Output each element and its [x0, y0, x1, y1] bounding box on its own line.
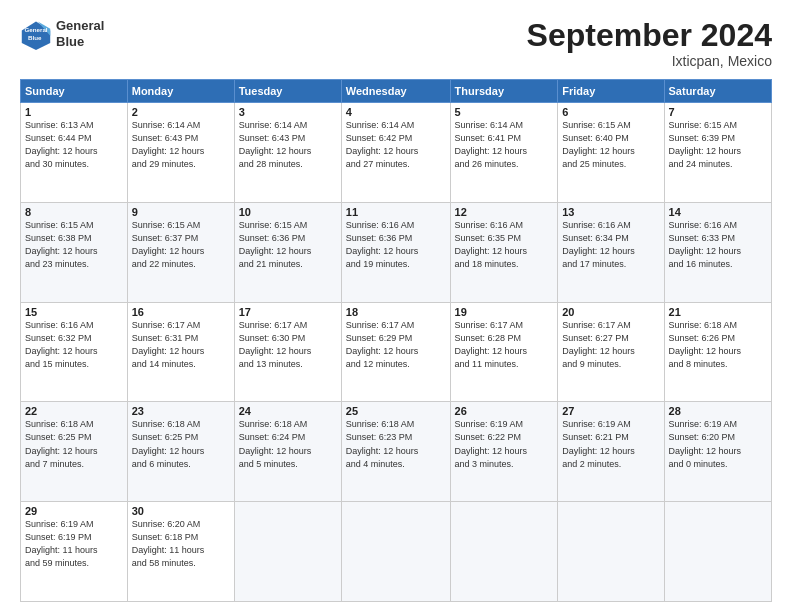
page: General Blue General Blue September 2024… — [0, 0, 792, 612]
day-info: Sunrise: 6:15 AM Sunset: 6:40 PM Dayligh… — [562, 119, 659, 171]
calendar-week-1: 1Sunrise: 6:13 AM Sunset: 6:44 PM Daylig… — [21, 103, 772, 203]
day-number: 7 — [669, 106, 767, 118]
day-number: 19 — [455, 306, 554, 318]
calendar-day-25: 25Sunrise: 6:18 AM Sunset: 6:23 PM Dayli… — [341, 402, 450, 502]
day-number: 5 — [455, 106, 554, 118]
month-title: September 2024 — [527, 18, 772, 53]
day-number: 28 — [669, 405, 767, 417]
day-info: Sunrise: 6:19 AM Sunset: 6:21 PM Dayligh… — [562, 418, 659, 470]
day-info: Sunrise: 6:16 AM Sunset: 6:36 PM Dayligh… — [346, 219, 446, 271]
empty-cell — [234, 502, 341, 602]
day-number: 26 — [455, 405, 554, 417]
day-number: 1 — [25, 106, 123, 118]
day-number: 12 — [455, 206, 554, 218]
weekday-header-sunday: Sunday — [21, 80, 128, 103]
calendar-day-30: 30Sunrise: 6:20 AM Sunset: 6:18 PM Dayli… — [127, 502, 234, 602]
calendar-day-11: 11Sunrise: 6:16 AM Sunset: 6:36 PM Dayli… — [341, 202, 450, 302]
day-number: 29 — [25, 505, 123, 517]
day-number: 21 — [669, 306, 767, 318]
weekday-header-wednesday: Wednesday — [341, 80, 450, 103]
day-info: Sunrise: 6:16 AM Sunset: 6:34 PM Dayligh… — [562, 219, 659, 271]
calendar-day-17: 17Sunrise: 6:17 AM Sunset: 6:30 PM Dayli… — [234, 302, 341, 402]
calendar-day-13: 13Sunrise: 6:16 AM Sunset: 6:34 PM Dayli… — [558, 202, 664, 302]
day-info: Sunrise: 6:19 AM Sunset: 6:22 PM Dayligh… — [455, 418, 554, 470]
logo-icon: General Blue — [20, 18, 52, 50]
logo: General Blue General Blue — [20, 18, 104, 50]
calendar-day-6: 6Sunrise: 6:15 AM Sunset: 6:40 PM Daylig… — [558, 103, 664, 203]
svg-text:Blue: Blue — [28, 34, 42, 41]
day-number: 13 — [562, 206, 659, 218]
day-number: 20 — [562, 306, 659, 318]
day-number: 2 — [132, 106, 230, 118]
logo-text-general: General — [56, 18, 104, 34]
day-info: Sunrise: 6:14 AM Sunset: 6:41 PM Dayligh… — [455, 119, 554, 171]
calendar-day-24: 24Sunrise: 6:18 AM Sunset: 6:24 PM Dayli… — [234, 402, 341, 502]
day-number: 23 — [132, 405, 230, 417]
day-number: 18 — [346, 306, 446, 318]
calendar-week-2: 8Sunrise: 6:15 AM Sunset: 6:38 PM Daylig… — [21, 202, 772, 302]
calendar-day-20: 20Sunrise: 6:17 AM Sunset: 6:27 PM Dayli… — [558, 302, 664, 402]
day-number: 9 — [132, 206, 230, 218]
calendar-day-23: 23Sunrise: 6:18 AM Sunset: 6:25 PM Dayli… — [127, 402, 234, 502]
day-info: Sunrise: 6:19 AM Sunset: 6:20 PM Dayligh… — [669, 418, 767, 470]
day-info: Sunrise: 6:15 AM Sunset: 6:38 PM Dayligh… — [25, 219, 123, 271]
day-info: Sunrise: 6:15 AM Sunset: 6:37 PM Dayligh… — [132, 219, 230, 271]
calendar-day-27: 27Sunrise: 6:19 AM Sunset: 6:21 PM Dayli… — [558, 402, 664, 502]
day-number: 4 — [346, 106, 446, 118]
day-info: Sunrise: 6:13 AM Sunset: 6:44 PM Dayligh… — [25, 119, 123, 171]
calendar-day-28: 28Sunrise: 6:19 AM Sunset: 6:20 PM Dayli… — [664, 402, 771, 502]
day-info: Sunrise: 6:16 AM Sunset: 6:33 PM Dayligh… — [669, 219, 767, 271]
day-info: Sunrise: 6:14 AM Sunset: 6:42 PM Dayligh… — [346, 119, 446, 171]
day-number: 24 — [239, 405, 337, 417]
empty-cell — [664, 502, 771, 602]
calendar-day-5: 5Sunrise: 6:14 AM Sunset: 6:41 PM Daylig… — [450, 103, 558, 203]
day-info: Sunrise: 6:18 AM Sunset: 6:23 PM Dayligh… — [346, 418, 446, 470]
weekday-header-monday: Monday — [127, 80, 234, 103]
day-number: 10 — [239, 206, 337, 218]
empty-cell — [450, 502, 558, 602]
calendar-day-21: 21Sunrise: 6:18 AM Sunset: 6:26 PM Dayli… — [664, 302, 771, 402]
day-number: 3 — [239, 106, 337, 118]
day-number: 30 — [132, 505, 230, 517]
calendar-day-26: 26Sunrise: 6:19 AM Sunset: 6:22 PM Dayli… — [450, 402, 558, 502]
calendar-day-8: 8Sunrise: 6:15 AM Sunset: 6:38 PM Daylig… — [21, 202, 128, 302]
day-info: Sunrise: 6:19 AM Sunset: 6:19 PM Dayligh… — [25, 518, 123, 570]
calendar-table: SundayMondayTuesdayWednesdayThursdayFrid… — [20, 79, 772, 602]
calendar-day-12: 12Sunrise: 6:16 AM Sunset: 6:35 PM Dayli… — [450, 202, 558, 302]
empty-cell — [341, 502, 450, 602]
day-number: 22 — [25, 405, 123, 417]
weekday-header-tuesday: Tuesday — [234, 80, 341, 103]
weekday-header-row: SundayMondayTuesdayWednesdayThursdayFrid… — [21, 80, 772, 103]
calendar-week-4: 22Sunrise: 6:18 AM Sunset: 6:25 PM Dayli… — [21, 402, 772, 502]
day-info: Sunrise: 6:20 AM Sunset: 6:18 PM Dayligh… — [132, 518, 230, 570]
day-info: Sunrise: 6:14 AM Sunset: 6:43 PM Dayligh… — [132, 119, 230, 171]
calendar-day-1: 1Sunrise: 6:13 AM Sunset: 6:44 PM Daylig… — [21, 103, 128, 203]
empty-cell — [558, 502, 664, 602]
calendar-week-5: 29Sunrise: 6:19 AM Sunset: 6:19 PM Dayli… — [21, 502, 772, 602]
day-number: 17 — [239, 306, 337, 318]
day-info: Sunrise: 6:14 AM Sunset: 6:43 PM Dayligh… — [239, 119, 337, 171]
day-info: Sunrise: 6:15 AM Sunset: 6:36 PM Dayligh… — [239, 219, 337, 271]
calendar-day-16: 16Sunrise: 6:17 AM Sunset: 6:31 PM Dayli… — [127, 302, 234, 402]
calendar-day-29: 29Sunrise: 6:19 AM Sunset: 6:19 PM Dayli… — [21, 502, 128, 602]
calendar-day-14: 14Sunrise: 6:16 AM Sunset: 6:33 PM Dayli… — [664, 202, 771, 302]
day-info: Sunrise: 6:17 AM Sunset: 6:30 PM Dayligh… — [239, 319, 337, 371]
svg-text:General: General — [24, 26, 47, 33]
day-info: Sunrise: 6:17 AM Sunset: 6:28 PM Dayligh… — [455, 319, 554, 371]
calendar-day-10: 10Sunrise: 6:15 AM Sunset: 6:36 PM Dayli… — [234, 202, 341, 302]
logo-text-blue: Blue — [56, 34, 104, 50]
calendar-day-15: 15Sunrise: 6:16 AM Sunset: 6:32 PM Dayli… — [21, 302, 128, 402]
day-info: Sunrise: 6:17 AM Sunset: 6:27 PM Dayligh… — [562, 319, 659, 371]
day-number: 27 — [562, 405, 659, 417]
day-number: 25 — [346, 405, 446, 417]
header: General Blue General Blue September 2024… — [20, 18, 772, 69]
day-info: Sunrise: 6:17 AM Sunset: 6:29 PM Dayligh… — [346, 319, 446, 371]
day-info: Sunrise: 6:18 AM Sunset: 6:26 PM Dayligh… — [669, 319, 767, 371]
weekday-header-saturday: Saturday — [664, 80, 771, 103]
day-number: 8 — [25, 206, 123, 218]
day-info: Sunrise: 6:17 AM Sunset: 6:31 PM Dayligh… — [132, 319, 230, 371]
day-info: Sunrise: 6:16 AM Sunset: 6:32 PM Dayligh… — [25, 319, 123, 371]
calendar-day-9: 9Sunrise: 6:15 AM Sunset: 6:37 PM Daylig… — [127, 202, 234, 302]
calendar-day-18: 18Sunrise: 6:17 AM Sunset: 6:29 PM Dayli… — [341, 302, 450, 402]
calendar-body: 1Sunrise: 6:13 AM Sunset: 6:44 PM Daylig… — [21, 103, 772, 602]
